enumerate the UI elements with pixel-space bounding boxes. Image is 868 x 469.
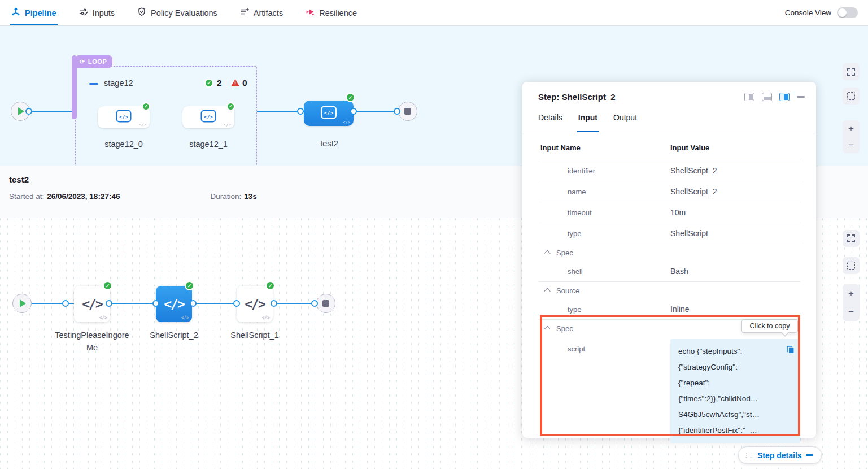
step-node-shellscript2-selected[interactable]: </> </>: [156, 286, 192, 322]
shellscript-step-icon: </>: [82, 297, 102, 311]
dock-bottom-icon[interactable]: [762, 93, 772, 101]
edge-line: [354, 111, 399, 112]
column-input-name: Input Name: [538, 144, 670, 152]
stage-icon: </>: [320, 106, 337, 121]
tab-resilience-label: Resilience: [319, 8, 357, 18]
collapse-group-button[interactable]: [89, 83, 98, 85]
script-row: script echo {"stepInputs": {"strategyCon…: [538, 337, 800, 451]
fullscreen-icon: [847, 68, 855, 76]
chevron-up-icon[interactable]: [544, 288, 550, 294]
row-name: type: [538, 305, 670, 314]
shield-check-icon: [137, 7, 146, 18]
marquee-icon: [847, 92, 855, 100]
row-value: Bash: [670, 267, 800, 276]
tab-policy-evaluations[interactable]: Policy Evaluations: [136, 0, 219, 25]
table-row: shell Bash: [538, 261, 800, 282]
started-label: Started at:: [9, 192, 44, 201]
table-row: name ShellScript_2: [538, 181, 800, 202]
stage-node-test2-selected[interactable]: </> </>: [304, 101, 354, 126]
script-line: {"identifierPostFix":"_…: [678, 423, 792, 438]
stage-node-stage12_0[interactable]: </> </>: [98, 106, 150, 128]
tab-pipeline[interactable]: Pipeline: [10, 0, 58, 25]
panel-title: Step: ShellScript_2: [538, 92, 616, 102]
step-label[interactable]: TestingPleaseIngoreMe: [55, 329, 129, 354]
loop-badge: ⟳ LOOP: [75, 55, 112, 68]
row-name: shell: [538, 267, 670, 276]
zoom-in-button[interactable]: +: [848, 289, 854, 298]
stage-icon: </>: [200, 110, 216, 125]
tab-resilience[interactable]: Resilience: [304, 0, 358, 25]
stage-label[interactable]: stage12_1: [175, 138, 242, 150]
zoom-in-button[interactable]: +: [848, 124, 854, 133]
svg-text:</>: </>: [324, 110, 333, 116]
connector-ring: [190, 300, 197, 307]
shellscript-step-icon: </>: [164, 297, 184, 311]
tab-inputs[interactable]: Inputs: [78, 0, 116, 25]
step-node-shellscript1[interactable]: </> </>: [237, 286, 273, 322]
panel-tabs: Details Input Output: [522, 113, 816, 132]
marquee-select-button[interactable]: [843, 257, 860, 274]
zoom-out-button[interactable]: −: [848, 140, 854, 150]
row-value: 10m: [670, 208, 800, 217]
script-line: S4GbJ5cwhAcfsg","st…: [678, 407, 792, 423]
chevron-up-icon[interactable]: [544, 326, 550, 332]
marquee-icon: [847, 262, 855, 270]
console-view-control: Console View: [785, 7, 858, 18]
fullscreen-icon: [847, 234, 855, 242]
section-spec[interactable]: Spec: [538, 244, 800, 261]
panel-tab-details[interactable]: Details: [538, 113, 562, 132]
step-label[interactable]: ShellScript_1: [215, 329, 294, 341]
connector-ring: [62, 300, 69, 307]
console-view-toggle[interactable]: [837, 7, 858, 18]
fullscreen-button[interactable]: [843, 63, 860, 80]
connector-ring: [233, 300, 240, 307]
row-name: name: [538, 188, 670, 196]
chevron-up-icon[interactable]: [544, 250, 550, 257]
dock-right-gray-icon[interactable]: [744, 93, 754, 101]
row-name: identifier: [538, 167, 670, 175]
check-glyph: ✓: [187, 283, 192, 289]
zoom-controls: + −: [843, 284, 860, 321]
execution-end-node[interactable]: [316, 294, 335, 313]
row-value: Inline: [670, 305, 800, 314]
table-row: type Inline: [538, 299, 800, 320]
row-name: type: [538, 229, 670, 238]
execution-start-node[interactable]: [12, 294, 32, 313]
error-triangle-icon: [230, 79, 240, 89]
marquee-select-button[interactable]: [843, 88, 860, 105]
pipeline-end-node[interactable]: [398, 102, 417, 121]
play-icon: [18, 107, 24, 115]
check-glyph: ✓: [229, 104, 233, 109]
copy-icon[interactable]: [786, 344, 795, 360]
section-title: Source: [556, 286, 579, 295]
row-name: script: [538, 339, 670, 443]
step-node-testingpleaseingoreme[interactable]: </> </>: [74, 286, 110, 322]
code-mini-icon: </>: [99, 315, 107, 320]
panel-body: Input Name Input Value identifier ShellS…: [522, 132, 816, 451]
section-source[interactable]: Source: [538, 282, 800, 299]
step-details-label: Step details: [757, 451, 802, 460]
panel-header: Step: ShellScript_2: [522, 82, 816, 102]
stage-label[interactable]: stage12_0: [90, 138, 158, 150]
stage-node-stage12_1[interactable]: </> </>: [182, 106, 234, 128]
zoom-out-button[interactable]: −: [848, 307, 854, 316]
top-navbar: Pipeline Inputs Policy Evaluations Artif…: [0, 0, 868, 26]
panel-tab-input[interactable]: Input: [578, 113, 597, 132]
minimize-panel-icon[interactable]: [797, 96, 805, 98]
tab-artifacts[interactable]: Artifacts: [239, 0, 284, 25]
panel-tab-output[interactable]: Output: [613, 113, 637, 132]
script-value-block[interactable]: echo {"stepInputs": {"strategyConfig": {…: [670, 339, 800, 443]
collapse-icon[interactable]: [806, 454, 813, 456]
script-line: {"strategyConfig":: [678, 359, 792, 375]
stage-label[interactable]: test2: [287, 137, 372, 150]
script-line: {"times":2}},"childNod…: [678, 391, 792, 407]
drag-handle-icon[interactable]: ⋮⋮: [743, 451, 752, 459]
panel-window-controls: [744, 93, 805, 101]
table-row: identifier ShellScript_2: [538, 160, 800, 181]
error-count: 0: [242, 78, 247, 88]
fullscreen-button[interactable]: [843, 230, 860, 247]
dock-right-active-icon[interactable]: [779, 93, 790, 101]
column-input-value: Input Value: [670, 144, 709, 152]
step-label[interactable]: ShellScript_2: [134, 329, 213, 341]
loop-badge-label: LOOP: [88, 58, 107, 65]
